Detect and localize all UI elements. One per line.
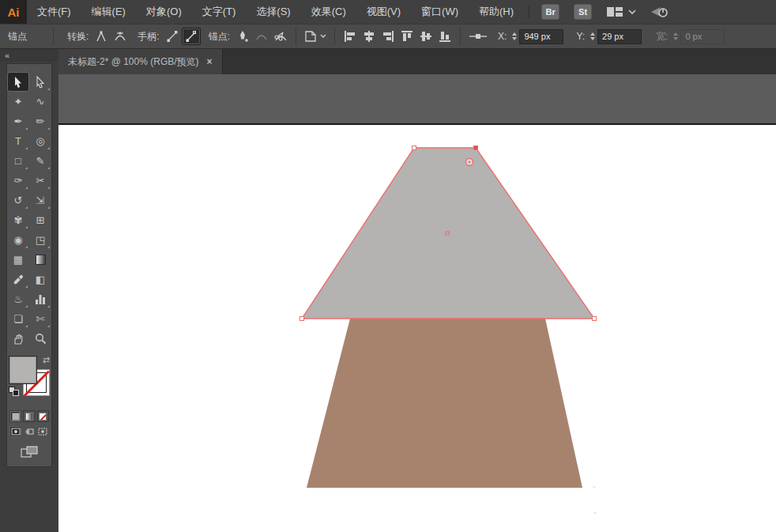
tool-eyedropper[interactable] [7, 270, 29, 289]
menu-bar: Ai 文件(F) 编辑(E) 对象(O) 文字(T) 选择(S) 效果(C) 视… [0, 0, 776, 24]
anchor-top-right-selected[interactable] [474, 146, 478, 150]
anchor-bottom-right[interactable] [593, 317, 597, 321]
flyout-indicator [47, 147, 50, 149]
menu-effect[interactable]: 效果(C) [301, 0, 356, 24]
align-bottom-button[interactable] [435, 28, 454, 45]
draw-inside-button[interactable] [37, 426, 49, 437]
tool-column-graph[interactable] [29, 289, 51, 309]
tool-line-spiral[interactable]: ◎ [29, 131, 51, 151]
document-tab-bar: 未标题-2* @ 100% (RGB/预览) × [58, 49, 776, 74]
tool-mesh[interactable]: ▦ [7, 250, 29, 270]
tool-shape-builder[interactable]: ◉ [7, 230, 29, 250]
chevron-down-icon [320, 34, 326, 39]
x-stepper[interactable] [512, 32, 517, 40]
swap-fill-stroke-icon[interactable]: ⇄ [43, 355, 50, 365]
tool-paintbrush[interactable]: ✎ [29, 151, 51, 171]
isolate-selected-object-button[interactable] [302, 28, 329, 45]
tool-perspective-grid[interactable]: ◳ [29, 230, 51, 250]
align-left-icon [344, 30, 356, 43]
tools-panel: :::::::: ✦ ∿ ✒ ✏ T ◎ □ ✎ ✑ ✂ ↺ ⇲ [6, 63, 52, 467]
hide-handles-button[interactable] [182, 28, 201, 45]
tool-magic-wand[interactable]: ✦ [7, 92, 29, 111]
collapse-panel-icon[interactable]: « [5, 51, 9, 60]
tool-rectangle[interactable]: □ [7, 151, 29, 171]
none-button[interactable] [37, 410, 49, 422]
tool-scissors[interactable]: ✂ [29, 171, 51, 191]
tool-shaper[interactable]: ✑ [7, 171, 29, 191]
screen-mode-button[interactable] [21, 446, 38, 458]
flyout-indicator [25, 246, 28, 248]
default-fill-stroke-icon[interactable] [9, 387, 20, 396]
draw-behind-button[interactable] [23, 426, 35, 437]
tool-width[interactable]: ✾ [7, 210, 29, 230]
menu-select[interactable]: 选择(S) [246, 0, 300, 24]
controlbar-divider [334, 28, 335, 45]
align-h-center-icon [363, 30, 375, 43]
tool-type[interactable]: T [7, 131, 29, 151]
color-button[interactable] [9, 410, 21, 422]
brown-trapezoid-shape[interactable] [307, 319, 582, 488]
tool-blob-brush[interactable]: ✏ [29, 111, 51, 131]
tool-blend[interactable]: ◧ [29, 270, 51, 289]
convert-corner-icon [95, 30, 107, 43]
tool-lasso[interactable]: ∿ [29, 92, 51, 111]
anchor-top-left[interactable] [412, 146, 416, 150]
menu-type[interactable]: 文字(T) [192, 0, 247, 24]
show-handles-button[interactable] [163, 28, 182, 45]
stepper-up-icon [673, 32, 678, 36]
workspace-switcher[interactable] [607, 6, 637, 17]
anchor-bottom-left[interactable] [300, 317, 304, 321]
align-left-button[interactable] [341, 28, 360, 45]
app-logo[interactable]: Ai [0, 0, 27, 24]
tool-scale[interactable]: ⇲ [29, 191, 51, 210]
isolate-point-button[interactable] [466, 28, 490, 45]
cut-path-button[interactable] [271, 28, 290, 45]
gray-trapezoid-shape[interactable] [302, 148, 594, 319]
menu-file[interactable]: 文件(F) [27, 0, 81, 24]
menu-window[interactable]: 窗口(W) [411, 0, 469, 24]
paint-style-row [7, 407, 51, 424]
tool-pen[interactable]: ✒ [7, 111, 29, 131]
add-anchor-button[interactable] [233, 28, 252, 45]
convert-corner-button[interactable] [92, 28, 111, 45]
gradient-button[interactable] [23, 410, 35, 422]
align-h-center-button[interactable] [360, 28, 379, 45]
stepper-up-icon [512, 32, 517, 36]
tool-direct-selection[interactable] [29, 72, 51, 92]
stock-button[interactable]: St [574, 4, 592, 20]
tool-hand[interactable] [7, 329, 29, 349]
tool-symbol-sprayer[interactable]: ♨ [7, 289, 29, 309]
convert-smooth-button[interactable] [111, 28, 130, 45]
tool-selection[interactable] [7, 72, 29, 92]
align-top-button[interactable] [397, 28, 416, 45]
menu-edit[interactable]: 编辑(E) [81, 0, 136, 24]
draw-normal-button[interactable] [9, 426, 21, 437]
panel-drag-handle[interactable]: :::::::: [7, 64, 51, 72]
y-stepper[interactable] [590, 32, 595, 40]
canvas-area[interactable] [58, 74, 776, 532]
flyout-indicator [25, 325, 28, 327]
flyout-indicator [25, 187, 28, 189]
tool-artboard[interactable]: ❏ [7, 309, 29, 329]
width-label: 宽: [656, 30, 668, 43]
remove-anchor-button[interactable] [252, 28, 271, 45]
tool-free-transform[interactable]: ⊞ [29, 210, 51, 230]
menu-object[interactable]: 对象(O) [136, 0, 192, 24]
fill-swatch[interactable] [9, 357, 36, 383]
menu-view[interactable]: 视图(V) [356, 0, 411, 24]
bridge-button[interactable]: Br [541, 4, 559, 20]
mesh-icon: ▦ [13, 254, 23, 266]
close-icon[interactable]: × [207, 56, 213, 67]
cs-live-button[interactable] [650, 5, 670, 19]
align-right-button[interactable] [379, 28, 397, 45]
align-v-middle-button[interactable] [416, 28, 435, 45]
y-input[interactable] [597, 29, 642, 44]
x-input[interactable] [519, 29, 563, 44]
flyout-indicator [47, 127, 50, 130]
tool-gradient[interactable] [29, 250, 51, 270]
tool-slice[interactable]: ✄ [29, 309, 51, 329]
document-tab[interactable]: 未标题-2* @ 100% (RGB/预览) × [58, 49, 223, 74]
menu-help[interactable]: 帮助(H) [469, 0, 524, 24]
tool-zoom[interactable] [29, 329, 51, 349]
tool-rotate[interactable]: ↺ [7, 191, 29, 210]
